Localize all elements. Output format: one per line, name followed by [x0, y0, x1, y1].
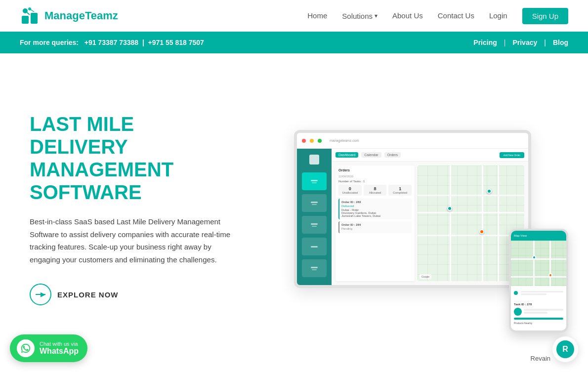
nav-about[interactable]: About Us — [392, 11, 423, 20]
mockup-content: Orders 12/06/2020 Number of Tasks : 1 0U… — [332, 162, 528, 285]
mobile-progress-bar — [514, 318, 563, 320]
sidebar-item-item — [302, 238, 327, 255]
brand-name: ManageTeamz — [44, 9, 118, 22]
google-watermark: Google — [420, 274, 431, 279]
sidebar-item-dashboard — [302, 172, 327, 190]
dot-green — [318, 139, 322, 143]
dot-yellow — [310, 139, 314, 143]
logo-icon — [20, 6, 40, 26]
tab-orders: Orders — [384, 152, 401, 158]
sidebar-item-delivery — [302, 194, 327, 212]
hero-description: Best-in-class SaaS based Last Mile Deliv… — [30, 215, 237, 266]
hero-image-area: manageteamz.com — [267, 95, 558, 323]
revain-icon: R — [556, 340, 574, 355]
mockup-sidebar — [297, 149, 332, 285]
road-h2 — [418, 235, 524, 236]
query-label: For more queries: — [20, 39, 79, 46]
phone2[interactable]: +971 55 818 7507 — [148, 39, 204, 46]
svg-rect-0 — [22, 16, 29, 24]
add-new-order-btn: Add New Order — [500, 152, 524, 158]
whatsapp-line2: WhatsApp — [40, 347, 79, 355]
navbar: ManageTeamz Home Solutions About Us Cont… — [0, 0, 588, 32]
road-v2 — [482, 165, 483, 281]
map-view: Google — [418, 165, 524, 281]
phone1[interactable]: +91 73387 73388 — [84, 39, 138, 46]
dot-red — [302, 139, 306, 143]
blog-link[interactable]: Blog — [553, 39, 568, 46]
dashboard-mockup: manageteamz.com — [294, 130, 531, 288]
mobile-road-h2 — [511, 276, 566, 278]
mobile-task-id: Task ID : 278 — [514, 303, 563, 306]
nav-solutions[interactable]: Solutions — [342, 12, 378, 20]
order-item-1: Order ID : 283 Delivered Dubai - Rider D… — [338, 199, 412, 219]
map-pin-2 — [479, 229, 484, 234]
sep2: | — [504, 39, 506, 46]
stat-allocated: 8Allocated — [364, 185, 387, 196]
mockup-body: Dashboard Calendar Orders Add New Order … — [297, 149, 528, 285]
whatsapp-line1: Chat with us via — [40, 341, 79, 347]
mobile-map — [511, 241, 566, 300]
logo[interactable]: ManageTeamz — [20, 6, 118, 26]
explore-button[interactable]: EXPLORE NOW — [30, 284, 119, 305]
sep3: | — [544, 39, 546, 46]
signup-button[interactable]: Sign Up — [522, 8, 568, 24]
mobile-road-h1 — [511, 258, 566, 260]
explore-label: EXPLORE NOW — [57, 290, 119, 299]
tasks-label: Number of Tasks : 1 — [338, 180, 412, 183]
sidebar-logo — [302, 153, 327, 166]
whatsapp-text: Chat with us via WhatsApp — [40, 341, 79, 355]
mobile-status-line1 — [521, 291, 563, 292]
mobile-text-1 — [524, 309, 563, 315]
tab-calendar: Calendar — [361, 152, 381, 158]
road-h3 — [418, 195, 524, 196]
pricing-link[interactable]: Pricing — [473, 39, 497, 46]
mobile-footer-text: Products Nearby — [514, 322, 563, 325]
mockup-tabs: Dashboard Calendar Orders Add New Order — [332, 149, 528, 162]
nav-contact[interactable]: Contact Us — [438, 11, 474, 20]
orders-header: Orders — [338, 168, 412, 172]
explore-icon — [30, 284, 51, 305]
info-bar-links: Pricing | Privacy | Blog — [473, 39, 568, 46]
road-v1 — [450, 165, 451, 281]
browser-url: manageteamz.com — [330, 139, 359, 142]
separator1: | — [142, 39, 144, 46]
sidebar-item-reports — [302, 259, 327, 277]
mobile-map-bar — [511, 286, 566, 300]
mobile-status-info — [521, 291, 563, 295]
mobile-pin-1 — [532, 255, 536, 259]
mobile-status-line2 — [521, 293, 546, 295]
mobile-avatar-1 — [514, 308, 522, 316]
mobile-body: Task ID : 278 Products Nearby — [511, 300, 566, 328]
mockup-header: manageteamz.com — [297, 133, 528, 149]
road-v3 — [498, 165, 499, 281]
mobile-agent-row — [514, 308, 563, 316]
login-button[interactable]: Login — [489, 11, 507, 20]
mobile-status-dot — [514, 291, 518, 295]
order-item-2: Order ID : 284 Pending — [338, 221, 412, 233]
privacy-link[interactable]: Privacy — [512, 39, 537, 46]
stat-completed: 1Completed — [388, 185, 412, 196]
mockup-main: Dashboard Calendar Orders Add New Order … — [332, 149, 528, 285]
hero-section: LAST MILE DELIVERY MANAGEMENT SOFTWARE B… — [0, 53, 588, 355]
date-label: 12/06/2020 — [338, 175, 412, 178]
hero-content: LAST MILE DELIVERY MANAGEMENT SOFTWARE B… — [30, 113, 267, 305]
stat-row: 0Unallocated 8Allocated 1Completed — [338, 185, 412, 196]
whatsapp-icon — [17, 339, 35, 355]
mobile-text-line-1 — [524, 309, 563, 311]
info-bar-contact: For more queries: +91 73387 73388 | +971… — [20, 39, 204, 46]
tab-dashboard: Dashboard — [336, 152, 358, 158]
mobile-text-line-2 — [524, 312, 547, 314]
whatsapp-button[interactable]: Chat with us via WhatsApp — [10, 334, 87, 355]
mobile-header: Map View — [511, 231, 566, 241]
nav-home[interactable]: Home — [307, 11, 327, 20]
stat-unallocated: 0Unallocated — [338, 185, 362, 196]
info-bar: For more queries: +91 73387 73388 | +971… — [0, 32, 588, 53]
nav-links: Home Solutions About Us Contact Us Login… — [307, 8, 568, 24]
svg-rect-1 — [31, 13, 38, 24]
sidebar-item-customer — [302, 216, 327, 234]
hero-title: LAST MILE DELIVERY MANAGEMENT SOFTWARE — [30, 113, 237, 204]
mobile-mockup: Map View Task ID : 278 — [509, 229, 568, 332]
road-h1 — [418, 212, 524, 213]
map-grid — [418, 165, 524, 281]
orders-panel: Orders 12/06/2020 Number of Tasks : 1 0U… — [336, 165, 415, 281]
